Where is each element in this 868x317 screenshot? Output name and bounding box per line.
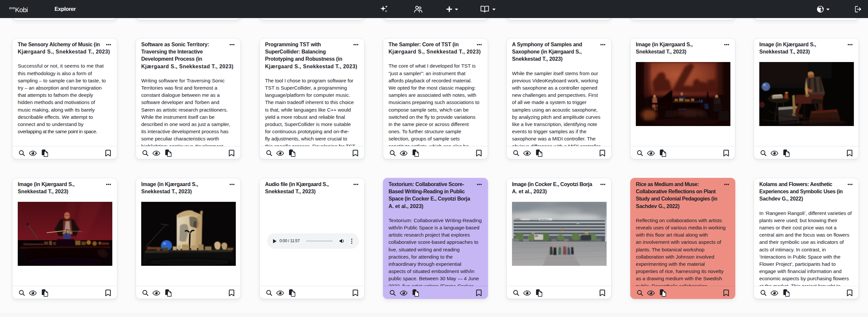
svg-text:REWELL: REWELL bbox=[540, 218, 550, 220]
